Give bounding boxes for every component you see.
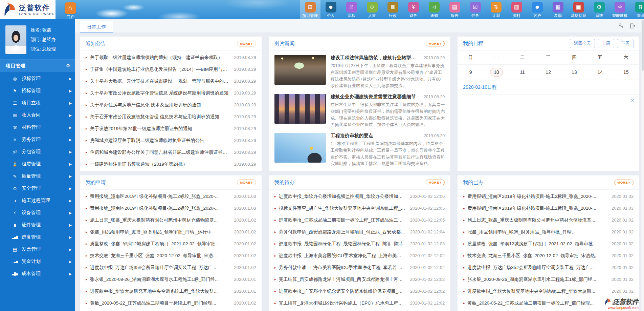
sidebar-menu-item[interactable]: ⌛ 租赁管理 ▶ xyxy=(0,158,75,170)
calendar-day[interactable]: 13 xyxy=(561,68,587,77)
application-row[interactable]: ▸ 黄敏_2020-05-22_江苏成品油二期项目一标段工程_部门经理... 2… xyxy=(86,297,256,309)
todo-row[interactable]: ▸ 进度款申报_广安邓小平纪念馆安全防范系统维护保养项目_广安... 2020-… xyxy=(274,285,445,297)
schedule-nav-button[interactable]: 下周 xyxy=(617,39,634,48)
calendar-day[interactable]: 9 xyxy=(458,68,484,77)
done-row[interactable]: ▸ 张鑫_用品领用申请_账簿_财务用品_领导审批_肖晴, 2020.01.02 xyxy=(463,226,634,238)
gear-icon[interactable]: ⚙ xyxy=(66,63,70,69)
application-row[interactable]: ▸ 质量整改_张鑫_华润12城房建工程项目_2021-02-02_领导审批...… xyxy=(86,238,256,250)
module-nav-item[interactable]: ≣ 行政 xyxy=(382,0,403,19)
notice-row[interactable]: ▸ 房和城乡建设厅关于取消二级建造师临时执业证书的公告 2019.08.29 xyxy=(86,134,256,146)
application-row[interactable]: ▸ 张永银_2020-08-26_湖南洞庭湖水库引水工程施工1标_部门经... … xyxy=(86,273,256,285)
news-more-button[interactable]: MORE xyxy=(426,41,445,46)
notice-row[interactable]: ▸ 关于召开市政公用设施智慧化管理 信息技术与应用培训班的通知 2019.08.… xyxy=(86,111,256,123)
todo-row[interactable]: ▸ 完工结算_西安成都路龙湖上河城项目_西安成都路龙湖上河城项... 2020-… xyxy=(274,273,445,285)
module-nav-item[interactable]: ⚙ 系统 xyxy=(589,0,609,19)
sidebar-menu-item[interactable]: ⚒ 材料管理 ▶ xyxy=(0,121,75,133)
done-row[interactable]: ▸ 技术交底_龙湖三千里小区_张鑫_2020-12-02_领导审批_宋浩然, 2… xyxy=(463,250,634,262)
calendar-day[interactable]: 10 xyxy=(484,68,510,77)
vertical-scrollbar[interactable] xyxy=(641,19,644,311)
todo-row[interactable]: ▸ 进度款申报_上海市美容医院ICU手术室净化工程_上海市美容医... 2020… xyxy=(274,250,445,262)
module-nav-item[interactable]: ▤ 报告 xyxy=(444,0,465,19)
notice-row[interactable]: ▸ 一级建造师注册证书领取通知（2019年第24批） 2019.08.29 xyxy=(86,158,256,170)
sidebar-menu-item[interactable]: ◑ 施工过程管理 ▶ xyxy=(0,194,75,207)
todo-row[interactable]: ▸ 劳务付款申请_西安成都路龙湖上河城项目_何正武_西安成都路... 2020-… xyxy=(274,226,445,238)
sidebar-menu-item[interactable]: ▁▃▆ 资金计划 ▶ xyxy=(0,255,75,268)
application-row[interactable]: ▸ 费用报销_潼南区2019年绿化补贴项目-施工2标段_张鑫_2020-... … xyxy=(86,202,256,214)
module-nav-item[interactable]: ⊞ 项目管理 xyxy=(300,0,320,19)
sidebar-menu-item[interactable]: ⚑ 招标管理 ▶ xyxy=(0,85,75,97)
todo-row[interactable]: ▸ 投标文件审查_胡广生_华软大厦研究基地中央空调系统工程_20... 2020… xyxy=(274,202,445,214)
done-row[interactable]: ▸ 进度款申报_华软大厦研究基地中央空调系统工程_华软大厦研... 2020.0… xyxy=(463,285,634,297)
calendar-day[interactable]: 11 xyxy=(509,68,535,77)
notice-row[interactable]: ▸ 关于举办大数据、云计算技术在城市建设、 规划、管理与服务中的应... 201… xyxy=(86,75,256,87)
close-icon[interactable]: × xyxy=(631,97,634,104)
news-item[interactable]: 建筑企业办理建筑资质需要注意哪些细节 2019.08.29 在日常生活中，很多人… xyxy=(274,94,445,128)
module-nav-item[interactable]: ⇅ 计划 xyxy=(486,0,506,19)
sidebar-menu-item[interactable]: x² 分包管理 ▶ xyxy=(0,146,75,158)
portal-home-button[interactable]: ⌂ 门户 xyxy=(63,2,78,20)
notice-row[interactable]: ▸ 关于举办市政公用设施数字化管理信息 系统建设与应用培训班的通知 2019.0… xyxy=(86,87,256,99)
notice-row[interactable]: ▸ 关于领取一级注册建造师增项贴的通知（须持一建证书前来领取） 2019.08.… xyxy=(86,51,256,63)
tab-daily-work[interactable]: 日常工作 xyxy=(80,21,113,33)
sidebar-menu-item[interactable]: ▃█▅ 成本管理 ▶ xyxy=(0,268,75,280)
application-row[interactable]: ▸ 张鑫_用品领用申请_账簿_财务用品_领导审批_肖晴._运行中 2020.01… xyxy=(86,226,256,238)
done-more-button[interactable]: MORE xyxy=(614,180,634,185)
sidebar-header[interactable]: 项目管理 ⚙ xyxy=(0,60,75,72)
application-row[interactable]: ▸ 进度款申报_万达广场35#会所及咖啡厅空调安装工程_万达广... 2020.… xyxy=(86,262,256,273)
notice-row[interactable]: ▸ 关于发放2019年第24批一级建造师注册证书的通知 2019.08.29 xyxy=(86,123,256,134)
application-row[interactable]: ▸ 进度款申报_华软大厦研究基地中央空调系统工程_华软大厦研... 2020.0… xyxy=(86,285,256,297)
schedule-nav-button[interactable]: 上周 xyxy=(598,39,614,48)
module-nav-item[interactable]: ⇅ 管理 xyxy=(630,0,644,19)
sidebar-menu-item[interactable]: ◎ 投标管理 ▶ xyxy=(0,72,75,85)
done-row[interactable]: ▸ 费用报销_潼南区2019年绿化补贴项目-施工2标段_张鑫_2020-... … xyxy=(463,202,634,214)
module-nav-item[interactable]: </> 智能建模 xyxy=(609,0,630,19)
module-nav-item[interactable]: ▣ 基础信息 xyxy=(568,0,589,19)
notice-row[interactable]: ▸ 于征集《中国建筑施工行业信息化发展报告（2014）—BIM应用与发... 2… xyxy=(86,63,256,75)
scrollbar-thumb[interactable] xyxy=(642,20,644,71)
todo-row[interactable]: ▸ 进度款申报_华软办公楼增加视频监控项目_华软办公楼增加视频... 2020-… xyxy=(274,190,445,202)
sidebar-menu-item[interactable]: ⚡ 设备管理 ▶ xyxy=(0,207,75,219)
done-row[interactable]: ▸ 质量整改_张鑫_华润12城房建工程项目_2021-02-02_领导审批...… xyxy=(463,238,634,250)
sidebar-menu-item[interactable]: ⊟ 收入合同 ▶ xyxy=(0,109,75,121)
notice-row[interactable]: ▸ 住房和城乡建设部办公厅关于同意吉林省开展二级建造师注册证书电... 2019… xyxy=(86,146,256,158)
news-item[interactable]: 工程造价审核的要点 2019.08.29 1、核准工程量。工程量是编制决算最基本… xyxy=(274,133,445,167)
application-row[interactable]: ▸ 技术交底_龙湖三千里小区_张鑫_2020-12-02_领导审批_宋浩... … xyxy=(86,250,256,262)
todo-row[interactable]: ▸ 劳务付款申请_上海市美容医院ICU手术室净化工程_李若若_上... 2020… xyxy=(274,262,445,273)
key-icon[interactable] xyxy=(618,23,624,29)
schedule-nav-button[interactable]: 返回今天 xyxy=(570,39,595,48)
sidebar-menu-item[interactable]: ▂▅█ 进度管理 ▶ xyxy=(0,231,75,243)
todo-row[interactable]: ▸ 完工结算_龙湖天街城1区设计采购施工（EPC）总承包工程_龙... 2020… xyxy=(274,297,445,309)
module-nav-item[interactable]: ¥ 财务 xyxy=(403,0,424,19)
notices-more-button[interactable]: MORE xyxy=(237,41,256,46)
module-nav-item[interactable]: 品 流程 xyxy=(341,0,362,19)
module-nav-item[interactable]: ☻ 客户 xyxy=(527,0,548,19)
done-row[interactable]: ▸ 张永银_2020-08-26_湖南洞庭湖水库引水工程施工1标_部门经... … xyxy=(463,273,634,285)
todo-row[interactable]: ▸ 进度款申报_江苏成品油二期项目一标段工程_江苏成品油二期项... 2020-… xyxy=(274,214,445,226)
module-nav-item[interactable]: ◁) 通知 xyxy=(424,0,444,19)
news-item[interactable]: 建设工程法律风险防范，建筑行业转型升级之路沙龙活动 2019.08.29 201… xyxy=(274,55,445,89)
module-nav-item[interactable]: ☑ 任务 xyxy=(465,0,486,19)
sidebar-menu-item[interactable]: ✎ 质量管理 ▶ xyxy=(0,170,75,182)
logout-door-icon[interactable] xyxy=(629,23,635,29)
sidebar-menu-item[interactable]: ⊙ 安全管理 ▶ xyxy=(0,182,75,194)
todos-more-button[interactable]: MORE xyxy=(426,180,445,185)
calendar-day[interactable]: 14 xyxy=(587,68,613,77)
calendar-day[interactable]: 12 xyxy=(535,68,561,77)
done-row[interactable]: ▸ 进度款申报_万达广场35#会所及咖啡厅空调安装工程_万达广... 2020.… xyxy=(463,262,634,273)
applications-more-button[interactable]: MORE xyxy=(237,180,256,185)
sidebar-menu-item[interactable]: ▤ 发票管理 ▶ xyxy=(0,243,75,255)
done-row[interactable]: ▸ 费用报销_潼南区2019年绿化补贴项目-施工2标段_张鑫_2020-... … xyxy=(463,190,634,202)
module-nav-item[interactable]: ▥ 资料 xyxy=(506,0,527,19)
application-row[interactable]: ▸ 施工日志_张鑫_重庆太极制药有限公司亳州中药材仓储物流基... 2020.0… xyxy=(86,214,256,226)
module-nav-item[interactable]: ☺ 人事 xyxy=(362,0,382,19)
sidebar-menu-item[interactable]: ⋔ 劳务管理 ▶ xyxy=(0,133,75,146)
todo-row[interactable]: ▸ 进度款申报_晟铭园林绿化工程_晟铭园林绿化工程_陈菲_陈菲 2020-01-… xyxy=(274,238,445,250)
sidebar-menu-item[interactable]: ▮ 证件管理 ▶ xyxy=(0,219,75,231)
notice-row[interactable]: ▸ 关于举办住房与房地产信息化 技术及应用培训班的通知 2019.08.29 xyxy=(86,99,256,111)
done-row[interactable]: ▸ 施工日志_张鑫_重庆太极制药有限公司亳州中药材仓储物流基... 2020.0… xyxy=(463,214,634,226)
module-nav-item[interactable]: ☻ 个人 xyxy=(320,0,341,19)
application-row[interactable]: ▸ 费用报销_潼南区2019年绿化补贴项目-施工2标段_张鑫_2020-... … xyxy=(86,190,256,202)
module-nav-item[interactable]: ▦ 考勤 xyxy=(548,0,568,19)
sidebar-menu-item[interactable]: ☰ 项目立项 ▶ xyxy=(0,97,75,109)
calendar-day[interactable]: 15 xyxy=(613,68,639,77)
